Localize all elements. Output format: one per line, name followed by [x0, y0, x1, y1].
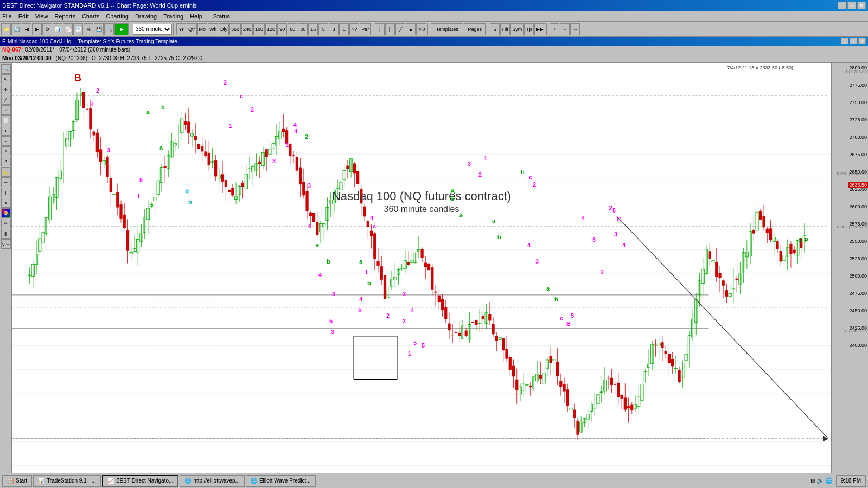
tb-qtr[interactable]: Qtr [187, 23, 197, 35]
menu-charting[interactable]: Charting [106, 13, 129, 20]
minimize-button[interactable]: _ [838, 2, 846, 9]
chart-container[interactable]: Nasdaq 100 (NQ futures contract) 360 min… [12, 63, 831, 485]
tb-arrow[interactable]: → [570, 23, 580, 35]
tb-btn-10[interactable]: 💾 [94, 23, 104, 35]
tb-60[interactable]: 60 [288, 23, 297, 35]
tb-bar2[interactable]: || [385, 23, 395, 35]
lt-vline[interactable]: | [1, 188, 11, 197]
window-title: BEST Direct Navigator STANDARD v6.1 -- C… [2, 2, 197, 9]
restore-button[interactable]: ▪ [847, 2, 856, 9]
tb-s[interactable]: S [490, 23, 500, 35]
info-bar-2: Mon 03/26/12 03:30 (NQ-201206) O=2730.00… [0, 54, 868, 63]
menu-help[interactable]: Help [190, 13, 202, 20]
scale-2775: 2775.00 [849, 82, 867, 88]
tb-3[interactable]: 3 [329, 23, 339, 35]
scale-2500: 2500.00 [849, 273, 867, 279]
menu-charts[interactable]: Charts [82, 13, 99, 20]
lt-draw1[interactable]: ╱ [1, 95, 11, 105]
tb-180[interactable]: 180 [253, 23, 265, 35]
tb-more[interactable]: ▶▶ [534, 23, 545, 35]
lt-zoom[interactable]: 🔍 [1, 64, 11, 74]
lt-wave[interactable]: ~ [1, 136, 11, 146]
bd-icon: 📈 [107, 478, 114, 484]
lt-cursor[interactable]: ↖ [1, 74, 11, 84]
inner-restore[interactable]: ▪ [850, 38, 857, 44]
lt-text[interactable]: T [1, 126, 11, 136]
taskbar-btn-bestdirect[interactable]: 📈 BEST Direct Navigato... [102, 475, 178, 487]
tb-btn-4[interactable]: ▶ [32, 23, 42, 35]
menu-view[interactable]: View [35, 13, 48, 20]
tb-120[interactable]: 120 [265, 23, 277, 35]
tb-btn-3[interactable]: ◀ [22, 23, 31, 35]
lt-fib[interactable]: ⋮ [1, 146, 11, 156]
tb-zoom-out[interactable]: - [560, 23, 570, 35]
scale-2675: 2675.00 [849, 152, 867, 157]
fib0382: 0.382 | 2565.00 [837, 224, 867, 229]
tb-wk[interactable]: Wk [208, 23, 218, 35]
scale-2725: 2725.00 [849, 117, 867, 123]
tb-sep-6 [546, 23, 548, 35]
tb-btn-2[interactable]: 🔄 [11, 23, 21, 35]
inner-minimize[interactable]: _ [841, 38, 848, 44]
title-bar-controls[interactable]: _ ▪ ✕ [838, 2, 866, 9]
taskbar: 🪟 Start 📊 TradeStation 9.1 - ... 📈 BEST … [0, 473, 868, 488]
inner-close[interactable]: ✕ [858, 38, 866, 44]
lt-delete[interactable]: 🗑 [1, 229, 11, 239]
tb-btn-6[interactable]: 📊 [53, 23, 62, 35]
lt-color[interactable]: 🎨 [1, 208, 11, 218]
tb-x8[interactable]: ✕8 [416, 23, 426, 35]
tb-templates[interactable]: Templates [431, 23, 463, 35]
taskbar-btn-elliott2[interactable]: 🌐 Elliott Wave Predict... [246, 475, 316, 487]
tb-5[interactable]: 5 [318, 23, 328, 35]
tb-btn-8[interactable]: 📉 [73, 23, 83, 35]
status-area: Status: [213, 13, 232, 20]
tb-1[interactable]: 1 [339, 23, 349, 35]
tb-pages[interactable]: Pages [464, 23, 486, 35]
scale-2750: 2750.00 [849, 100, 867, 105]
tb-240[interactable]: 240 [241, 23, 253, 35]
tb-30[interactable]: 30 [298, 23, 308, 35]
tb-btn-5[interactable]: ⚙ [42, 23, 52, 35]
menu-reports[interactable]: Reports [54, 13, 75, 20]
close-button[interactable]: ✕ [857, 2, 866, 9]
taskbar-btn-tradestation[interactable]: 📊 TradeStation 9.1 - ... [33, 475, 101, 487]
tb-mountain[interactable]: ▲ [406, 23, 416, 35]
lt-crosshair[interactable]: ✛ [1, 85, 11, 94]
tb-bar1[interactable]: | [375, 23, 385, 35]
taskbar-btn-elliott1[interactable]: 🌐 http://elliottwavep... [180, 475, 245, 487]
menu-drawing[interactable]: Drawing [135, 13, 157, 20]
tb-sym[interactable]: Sym [510, 23, 524, 35]
menu-edit[interactable]: Edit [18, 13, 29, 20]
taskbar-clock: 9:18 PM [836, 475, 866, 487]
tb-90[interactable]: 90 [277, 23, 287, 35]
tb-yr[interactable]: Yr [176, 23, 186, 35]
tb-btn-11[interactable]: 🔍 [104, 23, 114, 35]
tb-tp[interactable]: Tp [524, 23, 534, 35]
start-button[interactable]: 🪟 Start [2, 475, 32, 487]
tb-per[interactable]: Per [360, 23, 371, 35]
lt-v[interactable]: V→ [1, 239, 11, 249]
tb-hlt[interactable]: Hlt [500, 23, 510, 35]
tb-btn-green[interactable]: ▶ [114, 23, 129, 35]
tb-15[interactable]: 15 [308, 23, 318, 35]
lt-channel[interactable]: ⫿ [1, 198, 11, 208]
tb-zoom-in[interactable]: + [550, 23, 559, 35]
menu-trading[interactable]: Trading [163, 13, 183, 20]
tb-dly[interactable]: Dly [219, 23, 229, 35]
tb-mo[interactable]: Mo [197, 23, 208, 35]
lt-draw2[interactable]: ⟋ [1, 105, 11, 115]
lt-trend[interactable]: 📐 [1, 167, 11, 177]
menu-file[interactable]: File [2, 13, 12, 20]
lt-edit[interactable]: ✏ [1, 219, 11, 228]
crosshair-info: 7/4/12 21:18 = 2633.50 (-8.50) [727, 65, 793, 70]
tb-360[interactable]: 360 [229, 23, 241, 35]
tb-q[interactable]: ?? [349, 23, 359, 35]
lt-arrow[interactable]: ↗ [1, 157, 11, 166]
lt-hline[interactable]: ─ [1, 177, 11, 187]
tb-line[interactable]: ╱ [395, 23, 405, 35]
tb-btn-7[interactable]: 📈 [63, 23, 73, 35]
lt-draw3[interactable]: ⬜ [1, 115, 11, 125]
tb-btn-9[interactable]: 🖨 [84, 23, 93, 35]
interval-select[interactable]: 360 minute 240 minute 60 minute Daily [133, 24, 172, 35]
tb-btn-1[interactable]: 📁 [1, 23, 11, 35]
